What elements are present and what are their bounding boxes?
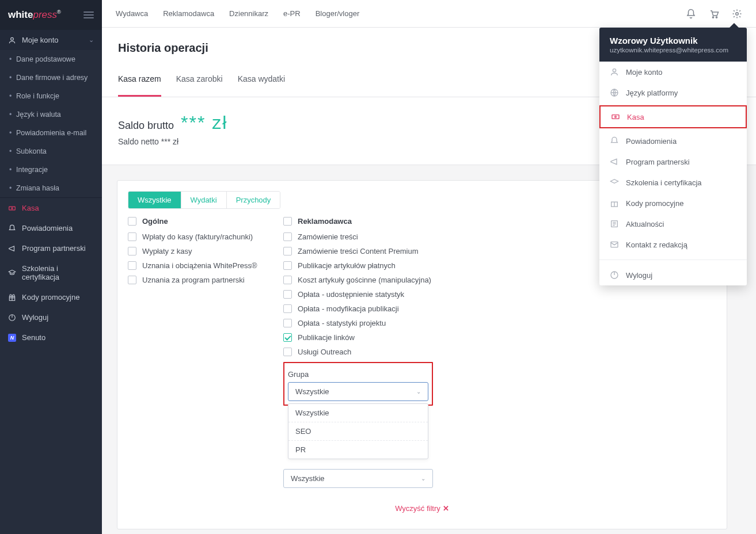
chk-adv-6[interactable]: Opłata - statystyki projektu (283, 319, 433, 327)
svg-point-7 (736, 12, 739, 15)
sidebar-item-partner[interactable]: Program partnerski (0, 238, 102, 258)
toggle-przychody[interactable]: Przychody (226, 192, 280, 208)
chk-wplaty[interactable]: Wpłaty do kasy (faktury/rachunki) (128, 232, 266, 241)
chk-adv-5[interactable]: Opłata - modyfikacja publikacji (283, 304, 433, 313)
settings-item-kody[interactable]: Kody promocyjne (599, 193, 747, 213)
gear-icon[interactable] (732, 9, 742, 19)
sidebar-item-role[interactable]: Role i funkcje (0, 87, 102, 105)
chk-adv-4[interactable]: Opłata - udostępnienie statystyk (283, 290, 433, 299)
highlight-grupa-box: Grupa Wszystkie ⌄ Wszystkie SEO PR (283, 362, 433, 406)
user-email: uzytkownik.whitepress@whitepress.com (610, 47, 736, 54)
sidebar-item-dane-podstawowe[interactable]: Dane podstawowe (0, 50, 102, 68)
chk-adv-7[interactable]: Publikacje linków (283, 333, 433, 342)
sidebar-item-szkolenia[interactable]: Szkolenia i certyfikacja (0, 258, 102, 287)
kody-icon (610, 199, 619, 208)
kasa-icon (611, 112, 620, 121)
sidebar-item-wyloguj[interactable]: Wyloguj (0, 307, 102, 327)
chevron-down-icon: ⌄ (416, 388, 421, 395)
bell-icon[interactable] (686, 9, 696, 19)
clear-filters[interactable]: Wyczyść filtry✕ (128, 504, 716, 513)
settings-item-moje[interactable]: Moje konto (599, 62, 747, 82)
grupa-select[interactable]: Wszystkie ⌄ (288, 382, 428, 401)
topbar: Wydawca Reklamodawca Dziennikarz e-PR Bl… (102, 0, 756, 28)
grupa-option-pr[interactable]: PR (288, 441, 428, 459)
checkbox-advertiser-all[interactable] (283, 217, 292, 226)
toggle-wszystkie[interactable]: Wszystkie (128, 192, 181, 208)
sidebar-item-label: Senuto (22, 333, 45, 342)
bell-icon (8, 224, 16, 232)
tab-kasa-zarobki[interactable]: Kasa zarobki (176, 74, 223, 97)
topnav-epr[interactable]: e-PR (283, 9, 301, 18)
logo-row: whitepress® (0, 0, 102, 30)
chk-adv-0[interactable]: Zamówienie treści (283, 232, 433, 241)
cart-icon[interactable] (709, 9, 719, 19)
settings-item-wyloguj[interactable]: Wyloguj (599, 265, 747, 285)
chk-uznania-wp[interactable]: Uznania i obciążenia WhitePress® (128, 261, 266, 270)
sidebar-item-integracje[interactable]: Integracje (0, 161, 102, 179)
balance-netto-label: Saldo netto (118, 137, 159, 146)
chk-adv-1[interactable]: Zamówienie treści Content Premium (283, 247, 433, 255)
balance-brutto-label: Saldo brutto (118, 120, 174, 132)
power-icon (8, 314, 16, 322)
partner-icon (610, 157, 619, 166)
svg-point-5 (712, 16, 713, 17)
cash-icon (8, 204, 16, 212)
settings-item-szkolenia[interactable]: Szkolenia i certyfikacja (599, 172, 747, 193)
checkbox-general-all[interactable] (128, 217, 136, 226)
chevron-down-icon: ⌄ (89, 36, 94, 44)
settings-item-lang[interactable]: Język platformy (599, 82, 747, 103)
sidebar-account-head[interactable]: Moje konto ⌄ (0, 30, 102, 50)
chk-wyplaty[interactable]: Wypłaty z kasy (128, 247, 266, 255)
settings-item-kontakt[interactable]: Kontakt z redakcją (599, 234, 747, 255)
hamburger-icon[interactable] (83, 12, 94, 18)
topnav-reklamodawca[interactable]: Reklamodawca (163, 9, 214, 18)
filter-col-advertiser: Reklamodawca Zamówienie treściZamówienie… (283, 217, 433, 488)
tab-kasa-razem[interactable]: Kasa razem (118, 74, 161, 97)
settings-item-powiadomienia[interactable]: Powiadomienia (599, 131, 747, 151)
chk-adv-3[interactable]: Koszt artykuły gościnne (manipulacyjna) (283, 276, 433, 284)
filter-toggle: Wszystkie Wydatki Przychody (128, 191, 280, 209)
sidebar-item-senuto[interactable]: N Senuto (0, 327, 102, 348)
grupa-option-seo[interactable]: SEO (288, 422, 428, 441)
grupa-selected: Wszystkie (295, 387, 329, 396)
settings-dropdown-head: Wzorowy Użytkownik uzytkownik.whitepress… (599, 28, 747, 62)
settings-dropdown-arrow (730, 23, 739, 28)
aktual-icon (610, 219, 619, 228)
sidebar-item-jezyk[interactable]: Język i waluta (0, 105, 102, 124)
brief-block: Wszystkie ⌄ (283, 469, 433, 488)
settings-item-partner[interactable]: Program partnerski (599, 151, 747, 172)
settings-item-kasa[interactable]: Kasa (601, 106, 746, 127)
chk-adv-2[interactable]: Publikacje artykułów płatnych (283, 261, 433, 270)
svg-point-2 (12, 207, 13, 208)
topnav-wydawca[interactable]: Wydawca (116, 9, 148, 18)
grupa-label: Grupa (288, 370, 428, 379)
sidebar-item-kasa[interactable]: Kasa (0, 198, 102, 218)
topnav-bloger[interactable]: Bloger/vloger (316, 9, 360, 18)
sidebar-item-label: Powiadomienia (22, 224, 73, 232)
chk-uznania-partner[interactable]: Uznania za program partnerski (128, 276, 266, 284)
powiadomienia-icon (610, 136, 619, 146)
toggle-wydatki[interactable]: Wydatki (181, 192, 226, 208)
tab-kasa-wydatki[interactable]: Kasa wydatki (238, 74, 285, 97)
sidebar-item-label: Program partnerski (22, 244, 86, 253)
sidebar-item-subkonta[interactable]: Subkonta (0, 142, 102, 161)
brief-selected: Wszystkie (291, 474, 325, 483)
filter-col-general: Ogólne Wpłaty do kasy (faktury/rachunki)… (128, 217, 266, 290)
sidebar-item-powiadomienia[interactable]: Powiadomienia (0, 218, 102, 238)
settings-item-aktual[interactable]: Aktualności (599, 213, 747, 234)
sidebar-item-kody[interactable]: Kody promocyjne (0, 287, 102, 307)
chevron-down-icon: ⌄ (421, 475, 426, 482)
gift-icon (8, 293, 16, 302)
filter-general-head: Ogólne (142, 217, 168, 226)
logo: whitepress® (8, 9, 61, 21)
sidebar-item-label: Szkolenia i certyfikacja (22, 264, 94, 281)
megaphone-icon (8, 245, 16, 253)
chk-adv-8[interactable]: Usługi Outreach (283, 348, 433, 356)
grupa-option-wszystkie[interactable]: Wszystkie (288, 404, 428, 422)
topnav-dziennikarz[interactable]: Dziennikarz (229, 9, 268, 18)
sidebar-item-powiadomienia-email[interactable]: Powiadomienia e-mail (0, 124, 102, 142)
sidebar-item-dane-firmowe[interactable]: Dane firmowe i adresy (0, 68, 102, 87)
sidebar-item-zmiana-hasla[interactable]: Zmiana hasła (0, 179, 102, 197)
filter-advertiser-head: Reklamodawca (298, 217, 352, 226)
brief-select[interactable]: Wszystkie ⌄ (283, 469, 433, 488)
